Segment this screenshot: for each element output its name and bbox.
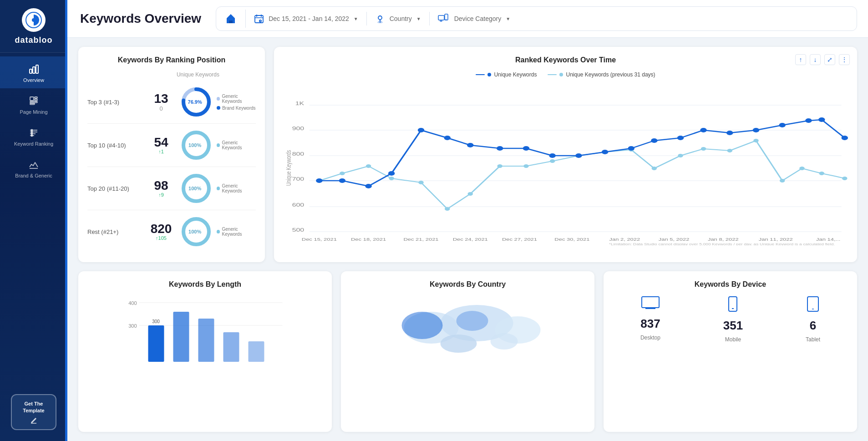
svg-rect-7 — [35, 99, 37, 101]
svg-text:Jan 8, 2022: Jan 8, 2022 — [708, 237, 739, 242]
date-range-filter[interactable]: Dec 15, 2021 - Jan 14, 2022 ▼ — [246, 12, 367, 25]
svg-text:700: 700 — [292, 176, 305, 182]
svg-point-100 — [726, 131, 733, 135]
svg-rect-20 — [255, 15, 263, 23]
keyword-ranking-icon — [28, 127, 39, 138]
ranking-legend-top10: Generic Keywords — [217, 140, 256, 150]
mobile-count: 351 — [723, 319, 743, 333]
svg-point-85 — [339, 178, 345, 183]
svg-text:900: 900 — [292, 126, 305, 131]
svg-point-17 — [31, 135, 33, 137]
ranking-legend-top20: Generic Keywords — [217, 183, 256, 193]
top-row: Keywords By Ranking Position Unique Keyw… — [78, 47, 857, 262]
keywords-device-title: Keywords By Device — [613, 280, 848, 289]
donut-top10: 100% — [180, 129, 209, 161]
svg-rect-115 — [223, 332, 239, 362]
svg-point-90 — [467, 143, 473, 147]
svg-point-86 — [365, 184, 371, 188]
chart-up-btn[interactable]: ↑ — [795, 54, 806, 65]
svg-point-104 — [818, 117, 825, 122]
get-template-label: Get TheTemplate — [23, 400, 44, 414]
location-icon — [375, 14, 385, 24]
svg-point-78 — [727, 149, 732, 152]
svg-point-77 — [701, 147, 706, 151]
mobile-label: Mobile — [725, 336, 741, 343]
bottom-row: Keywords By Length 400 300 300 Keywords … — [78, 271, 857, 432]
ranking-card: Keywords By Ranking Position Unique Keyw… — [78, 47, 265, 262]
svg-rect-2 — [30, 69, 32, 73]
header-controls: Dec 15, 2021 - Jan 14, 2022 ▼ Country ▼ — [216, 6, 857, 31]
svg-text:500: 500 — [292, 227, 305, 233]
sidebar-item-keyword-ranking[interactable]: Keyword Ranking — [0, 120, 67, 152]
chart-more-btn[interactable]: ⋮ — [839, 54, 850, 65]
svg-point-80 — [780, 179, 785, 182]
sidebar-item-overview[interactable]: Overview — [0, 56, 67, 88]
desktop-icon — [641, 296, 660, 310]
date-range-label: Dec 15, 2021 - Jan 14, 2022 — [269, 15, 349, 22]
device-icon — [438, 14, 450, 24]
brand-generic-icon — [28, 159, 39, 170]
svg-rect-114 — [198, 319, 214, 362]
country-label: Country — [390, 15, 412, 22]
ranking-count-top3: 13 0 — [147, 92, 176, 112]
svg-text:300: 300 — [128, 323, 137, 329]
sidebar-item-page-mining[interactable]: Page Mining — [0, 88, 67, 120]
svg-text:400: 400 — [128, 300, 137, 306]
svg-text:Dec 30, 2021: Dec 30, 2021 — [554, 237, 589, 242]
svg-point-122 — [402, 312, 443, 339]
svg-point-65 — [389, 177, 394, 180]
svg-point-92 — [523, 146, 529, 151]
svg-point-89 — [444, 136, 451, 140]
svg-point-67 — [445, 207, 450, 211]
svg-point-120 — [441, 335, 477, 353]
donut-top20: 100% — [180, 172, 209, 204]
svg-rect-19 — [229, 20, 233, 23]
svg-point-123 — [457, 311, 488, 331]
sidebar-nav: Overview Page Mining — [0, 53, 67, 387]
svg-rect-111 — [148, 325, 164, 362]
device-category-filter[interactable]: Device Category ▼ — [430, 12, 518, 25]
legend-label-2: Unique Keywords (previous 31 days) — [566, 71, 655, 78]
donut-top3: 76.9% — [180, 86, 209, 118]
svg-point-97 — [651, 138, 657, 143]
svg-point-1 — [32, 18, 36, 22]
keywords-length-title: Keywords By Length — [87, 280, 323, 289]
ranking-row-top10: Top 10 (#4-10) 54 ↑1 100% — [87, 124, 256, 167]
chart-down-btn[interactable]: ↓ — [810, 54, 821, 65]
svg-point-82 — [819, 172, 825, 175]
app-name: databloo — [15, 35, 53, 45]
ranking-count-top10: 54 ↑1 — [147, 136, 176, 154]
svg-rect-127 — [729, 297, 737, 311]
sidebar-bottom: Get TheTemplate — [0, 387, 67, 441]
svg-point-98 — [677, 136, 684, 140]
page-mining-icon — [28, 96, 39, 106]
svg-point-76 — [678, 154, 683, 157]
svg-point-99 — [700, 128, 706, 132]
svg-point-15 — [31, 132, 33, 133]
keywords-length-chart: 400 300 300 — [87, 296, 323, 369]
ranking-count-top20: 98 ↑9 — [147, 179, 176, 198]
svg-text:Dec 27, 2021: Dec 27, 2021 — [502, 237, 537, 242]
page-mining-label: Page Mining — [20, 109, 47, 115]
overview-label: Overview — [23, 77, 44, 83]
svg-text:300: 300 — [152, 319, 160, 324]
svg-point-102 — [779, 123, 785, 127]
svg-point-105 — [842, 136, 848, 140]
svg-point-66 — [418, 181, 424, 184]
desktop-label: Desktop — [640, 335, 660, 341]
sidebar-item-brand-generic[interactable]: Brand & Generic — [0, 152, 67, 184]
get-template-button[interactable]: Get TheTemplate — [11, 394, 56, 430]
keywords-country-title: Keywords By Country — [350, 280, 585, 289]
country-filter[interactable]: Country ▼ — [367, 12, 430, 25]
svg-text:Jan 11, 2022: Jan 11, 2022 — [759, 237, 793, 242]
svg-text:Jan 2, 2022: Jan 2, 2022 — [609, 237, 640, 242]
desktop-count: 837 — [640, 317, 660, 331]
content-area: Keywords By Ranking Position Unique Keyw… — [67, 38, 868, 441]
svg-point-81 — [799, 167, 805, 170]
home-button[interactable] — [216, 10, 246, 28]
svg-text:1K: 1K — [295, 101, 304, 106]
svg-point-101 — [753, 128, 759, 132]
chart-fullscreen-btn[interactable]: ⤢ — [824, 54, 835, 65]
svg-text:Dec 15, 2021: Dec 15, 2021 — [302, 237, 337, 242]
svg-point-121 — [491, 333, 518, 350]
